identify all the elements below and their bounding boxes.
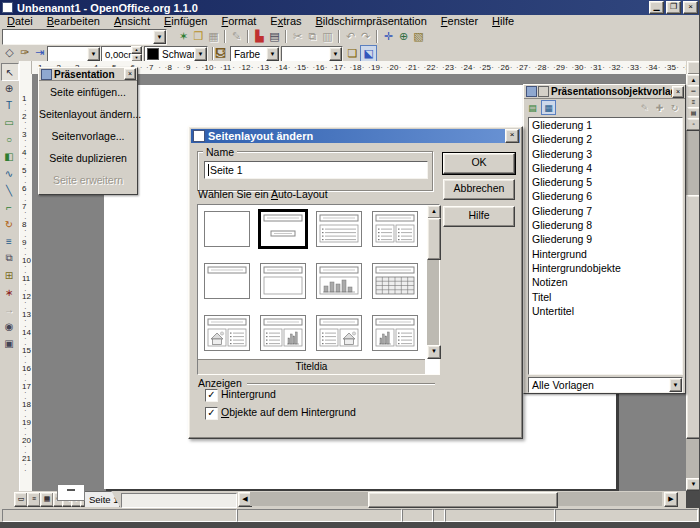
menu-bildschirmprsentation[interactable]: Bildschirmpräsentation [309, 15, 434, 28]
minimize-button[interactable]: ▁ [649, 1, 664, 14]
layout-title-frame[interactable] [260, 263, 306, 299]
layout-scrollbar[interactable]: ▲ ▼ [427, 205, 439, 359]
layout-title-text-clipart[interactable] [316, 315, 362, 351]
layout-scroll-down-icon[interactable]: ▼ [427, 345, 441, 359]
shadow-icon[interactable]: ❏ [345, 46, 360, 61]
style-list[interactable]: Gliederung 1Gliederung 2Gliederung 3Glie… [528, 117, 683, 375]
slide-view-button[interactable]: ▦ [40, 492, 54, 507]
line-style-combobox[interactable]: ▼ [47, 46, 101, 62]
title-bar[interactable]: Unbenannt1 - OpenOffice.org 1.1.0 ▁ ❐ × [0, 0, 700, 15]
scroll-right-icon[interactable]: ▶ [664, 492, 678, 507]
layout-scroll-thumb[interactable] [427, 218, 441, 260]
gallery-icon[interactable]: ▧ [411, 29, 426, 44]
menu-format[interactable]: Format [214, 15, 263, 28]
open-icon[interactable]: ❒ [191, 29, 206, 44]
zoom-icon[interactable]: ⊕ [396, 29, 411, 44]
select-tool-icon[interactable]: ↖ [1, 63, 19, 81]
fill-style-dropdown-arrow-icon[interactable]: ▼ [266, 47, 279, 61]
style-item-gliederung5[interactable]: Gliederung 5 [529, 175, 682, 189]
layout-title-subtitle[interactable] [258, 209, 308, 249]
layout-title-chart[interactable] [316, 263, 362, 299]
help-button[interactable]: Hilfe [443, 206, 515, 227]
ruler-options-button[interactable] [687, 61, 700, 75]
fill-format-mode-icon[interactable]: ✎ [638, 101, 651, 114]
menu-fenster[interactable]: Fenster [434, 15, 485, 28]
style-item-notizen[interactable]: Notizen [529, 275, 682, 289]
arrow-style-icon[interactable]: ⇥ [32, 45, 47, 60]
horizontal-scrollbar[interactable] [250, 492, 662, 506]
scroll-down-icon[interactable]: ▼ [686, 478, 700, 491]
style-item-titel[interactable]: Titel [529, 290, 682, 304]
print-icon[interactable]: ▤ [267, 29, 282, 44]
cut-icon[interactable]: ✂ [290, 29, 305, 44]
dialog-close-icon[interactable]: × [505, 129, 519, 143]
layout-title-text-chart[interactable] [260, 315, 306, 351]
3d-controller-tool-icon[interactable]: ◉ [1, 318, 17, 334]
palette-item-seitenlayoutndern[interactable]: Seitenlayout ändern... [39, 103, 137, 125]
edit-file-icon[interactable]: ✎ [229, 29, 244, 44]
text-tool-icon[interactable]: T [1, 97, 17, 113]
line-color-combobox[interactable]: Schwarz ▼ [144, 46, 208, 62]
arrange-tool-icon[interactable]: ⧉ [1, 250, 17, 266]
layout-title-clipart-text[interactable] [204, 315, 250, 351]
palette-item-seiteeinfgen[interactable]: Seite einfügen... [39, 81, 137, 103]
curve-tool-icon[interactable]: ∿ [1, 165, 17, 181]
style-item-gliederung9[interactable]: Gliederung 9 [529, 232, 682, 246]
horizontal-scroll-thumb[interactable] [368, 492, 558, 508]
fill-color-dropdown-arrow-icon[interactable]: ▼ [329, 47, 342, 61]
style-item-gliederung8[interactable]: Gliederung 8 [529, 218, 682, 232]
drawing-view-button[interactable]: ▭ [14, 492, 28, 507]
palette-item-seitenvorlage[interactable]: Seitenvorlage... [39, 125, 137, 147]
export-pdf-icon[interactable]: ▙ [252, 29, 267, 44]
presentation-box-tool-icon[interactable]: ▣ [1, 335, 17, 351]
alignment-tool-icon[interactable]: ≡ [1, 233, 17, 249]
rotation-mode-icon[interactable]: ⬕ [360, 45, 377, 62]
fill-bucket-icon[interactable]: ⛾ [213, 45, 228, 60]
effects-tool-icon[interactable]: ∗ [1, 284, 17, 300]
menu-einfgen[interactable]: Einfügen [157, 15, 214, 28]
name-input[interactable]: Seite 1 [204, 161, 428, 179]
menu-bearbeiten[interactable]: Bearbeiten [40, 15, 107, 28]
style-item-gliederung7[interactable]: Gliederung 7 [529, 204, 682, 218]
layout-title-chart-text[interactable] [372, 315, 418, 351]
ok-button[interactable]: OK [443, 153, 515, 174]
interaction-tool-icon[interactable]: → [1, 301, 17, 317]
menu-ansicht[interactable]: Ansicht [107, 15, 157, 28]
style-item-hintergrundobjekte[interactable]: Hintergrundobjekte [529, 261, 682, 275]
style-filter-dropdown-arrow-icon[interactable]: ▼ [669, 378, 682, 392]
style-item-gliederung3[interactable]: Gliederung 3 [529, 147, 682, 161]
presentation-palette-titlebar[interactable]: Präsentation × [39, 68, 137, 81]
style-item-gliederung1[interactable]: Gliederung 1 [529, 118, 682, 132]
undo-icon[interactable]: ↶ [343, 29, 358, 44]
line-width-spinner[interactable]: 0,00cm ▲ ▼ [101, 46, 143, 62]
rotate-tool-icon[interactable]: ↻ [1, 216, 17, 232]
close-button[interactable]: × [683, 1, 698, 14]
new-style-from-selection-icon[interactable]: ✚ [653, 101, 666, 114]
update-style-icon[interactable]: ↻ [668, 101, 681, 114]
style-item-untertitel[interactable]: Untertitel [529, 304, 682, 318]
graphic-styles-icon[interactable]: ▤ [526, 101, 539, 114]
menu-extras[interactable]: Extras [263, 15, 308, 28]
style-item-gliederung6[interactable]: Gliederung 6 [529, 189, 682, 203]
edit-points-icon[interactable]: ◇ [2, 45, 17, 60]
line-color-dropdown-arrow-icon[interactable]: ▼ [194, 47, 207, 61]
url-dropdown-arrow-icon[interactable]: ▼ [153, 30, 166, 44]
ellipse-tool-icon[interactable]: ○ [1, 131, 17, 147]
style-filter-combobox[interactable]: Alle Vorlagen ▼ [528, 377, 683, 393]
fill-color-combobox[interactable]: ▼ [281, 46, 343, 62]
outline-view-button[interactable]: ≡ [27, 492, 41, 507]
copy-icon[interactable]: ⧉ [305, 29, 320, 44]
layout-blank[interactable] [204, 211, 250, 247]
checkbox-objekte[interactable]: ✓ [205, 407, 218, 420]
style-item-hintergrund[interactable]: Hintergrund [529, 247, 682, 261]
layout-grid[interactable] [198, 205, 425, 359]
dialog-titlebar[interactable]: Seitenlayout ändern × [191, 129, 520, 143]
insert-tool-icon[interactable]: ⊞ [1, 267, 17, 283]
new-document-icon[interactable]: ✶ [176, 29, 191, 44]
paste-icon[interactable]: ▥ [320, 29, 335, 44]
layout-title-table[interactable] [372, 263, 418, 299]
restore-button[interactable]: ❐ [666, 1, 681, 14]
layout-title-text[interactable] [316, 211, 362, 247]
url-combobox[interactable]: ▼ [2, 29, 167, 45]
cancel-button[interactable]: Abbrechen [443, 179, 515, 200]
